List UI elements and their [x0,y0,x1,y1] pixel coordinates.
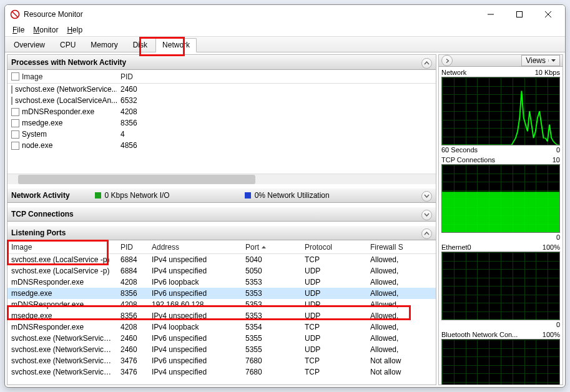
listen-port: 7680 [242,368,301,376]
listen-address: IPv6 unspecified [148,334,242,343]
listening-row[interactable]: mDNSResponder.exe4208192.168.60.1285353U… [7,299,436,310]
section-processes-title: Processes with Network Activity [11,58,126,67]
listening-row[interactable]: svchost.exe (LocalService -p)6884IPv4 un… [7,265,436,277]
menu-help[interactable]: Help [63,25,86,35]
listen-image: svchost.exe (LocalService -p) [7,255,117,264]
expand-icon[interactable] [421,210,432,220]
col-protocol[interactable]: Protocol [301,243,366,252]
col-image[interactable]: Image [7,243,117,252]
tab-memory[interactable]: Memory [84,38,124,52]
listen-firewall: Allowed, [366,278,410,287]
section-tcp-header[interactable]: TCP Connections [7,207,436,222]
listen-image: msedge.exe [7,289,117,298]
row-checkbox[interactable] [11,130,19,139]
io-label: 0 Kbps Network I/O [105,191,170,200]
row-checkbox[interactable] [11,119,19,127]
listening-row[interactable]: svchost.exe (NetworkService -p)3476IPv4 … [7,366,436,378]
listen-pid: 4208 [117,278,148,287]
menu-file[interactable]: File [9,25,28,35]
process-row[interactable]: System4 [7,129,436,140]
listen-port: 5040 [242,255,301,264]
maximize-button[interactable] [505,5,534,24]
col-firewall[interactable]: Firewall S [366,243,410,252]
chart-title-left: TCP Connections [441,156,495,164]
svg-line-1 [12,12,17,17]
chart-canvas [441,252,560,320]
listen-address: IPv6 loopback [148,278,242,287]
tab-disk[interactable]: Disk [126,38,154,52]
row-checkbox[interactable] [11,142,19,150]
chart-title-right: 100% [543,243,560,251]
listening-row[interactable]: svchost.exe (NetworkService -p)2460IPv4 … [7,344,436,355]
listening-row[interactable]: svchost.exe (NetworkService -p)3476IPv6 … [7,355,436,366]
listening-row[interactable]: svchost.exe (NetworkService -p)2460IPv6 … [7,333,436,344]
listen-port: 5353 [242,311,301,320]
listening-column-headers[interactable]: Image PID Address Port Protocol Firewall… [7,240,436,254]
process-image: svchost.exe (LocalServiceAn... [15,96,117,105]
window-title: Resource Monitor [24,10,476,19]
listen-address: IPv4 unspecified [148,255,242,264]
row-checkbox[interactable] [11,97,12,105]
process-row[interactable]: svchost.exe (NetworkService...2460 [7,84,436,95]
menu-monitor[interactable]: Monitor [29,25,62,35]
chart-canvas [441,339,560,385]
section-processes-header[interactable]: Processes with Network Activity [7,55,436,70]
listening-row[interactable]: msedge.exe8356IPv6 unspecified5353UDPAll… [7,288,436,299]
listen-pid: 6884 [117,255,148,264]
chart-title-right: 10 [553,156,560,164]
listen-protocol: UDP [301,289,366,298]
listening-row[interactable]: mDNSResponder.exe4208IPv4 loopback5354TC… [7,321,436,333]
minimize-button[interactable] [476,5,505,24]
svg-marker-8 [442,192,559,232]
sort-asc-icon [262,246,266,248]
listen-firewall: Not allow [366,356,410,365]
listen-port: 5050 [242,267,301,275]
collapse-icon[interactable] [421,58,432,69]
left-pane: Processes with Network Activity Image PI… [7,54,436,385]
col-port[interactable]: Port [242,243,301,252]
tab-overview[interactable]: Overview [7,38,52,52]
listen-pid: 8356 [117,311,148,320]
horizontal-scrollbar[interactable] [7,174,436,184]
svg-rect-3 [517,12,523,17]
chart-footer-right: 0 [556,146,560,154]
listen-port: 5353 [242,278,301,287]
views-button[interactable]: Views [521,55,560,66]
listen-pid: 8356 [117,289,148,298]
col-pid[interactable]: PID [117,243,148,252]
process-image: msedge.exe [22,119,62,127]
collapse-icon[interactable] [421,228,432,239]
chart-title-right: 10 Kbps [535,69,560,76]
process-row[interactable]: svchost.exe (LocalServiceAn...6532 [7,95,436,106]
listening-row[interactable]: msedge.exe8356IPv4 unspecified5353UDPAll… [7,310,436,321]
section-listening-header[interactable]: Listening Ports [7,225,436,240]
listen-protocol: UDP [301,267,366,275]
expand-icon[interactable] [421,191,432,202]
listen-address: 192.168.60.128 [148,300,242,309]
listen-pid: 3476 [117,356,148,365]
chart-3: Bluetooth Network Con...100% 0 [441,330,560,385]
row-checkbox[interactable] [11,86,12,94]
processes-column-headers[interactable]: Image PID [7,70,436,84]
section-activity-header[interactable]: Network Activity 0 Kbps Network I/O 0% N… [7,188,436,203]
select-all-checkbox[interactable] [11,72,19,81]
titlebar[interactable]: Resource Monitor [5,5,565,24]
tab-network[interactable]: Network [155,38,197,52]
listening-row[interactable]: mDNSResponder.exe4208IPv6 loopback5353UD… [7,277,436,288]
listening-row[interactable]: svchost.exe (LocalService -p)6884IPv4 un… [7,254,436,265]
tab-cpu[interactable]: CPU [53,38,82,52]
io-color-icon [95,192,101,198]
col-pid[interactable]: PID [117,72,148,81]
process-pid: 4208 [117,107,148,116]
chart-title-left: Ethernet0 [441,243,471,251]
col-address[interactable]: Address [148,243,242,252]
listen-protocol: TCP [301,323,366,331]
close-button[interactable] [534,5,563,24]
scrollbar-thumb[interactable] [18,175,255,184]
process-row[interactable]: msedge.exe8356 [7,117,436,129]
process-row[interactable]: node.exe4856 [7,140,436,151]
pane-nav-button[interactable] [441,55,453,66]
process-row[interactable]: mDNSResponder.exe4208 [7,106,436,117]
col-image[interactable]: Image [22,72,42,81]
row-checkbox[interactable] [11,108,19,116]
